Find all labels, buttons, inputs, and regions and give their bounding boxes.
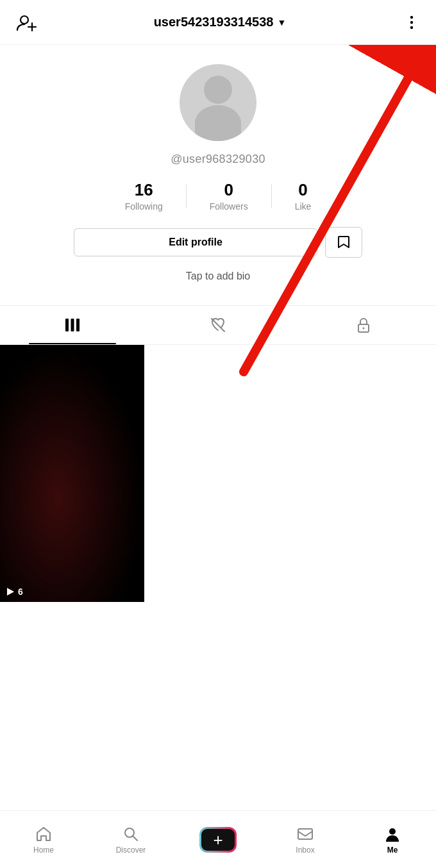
edit-profile-button[interactable]: Edit profile xyxy=(74,228,317,256)
svg-rect-10 xyxy=(76,319,80,331)
svg-rect-9 xyxy=(71,319,74,331)
svg-rect-17 xyxy=(298,829,312,839)
nav-discover[interactable]: Discover xyxy=(87,825,174,855)
grid-icon xyxy=(63,316,81,334)
following-label: Following xyxy=(125,201,163,212)
following-stat[interactable]: 16 Following xyxy=(102,180,186,212)
stats-row: 16 Following 0 Followers 0 Like xyxy=(102,180,335,212)
video-thumbnail[interactable]: 6 xyxy=(0,345,144,602)
bio-placeholder[interactable]: Tap to add bio xyxy=(186,271,251,282)
nav-home[interactable]: Home xyxy=(0,825,87,855)
profile-section: @user968329030 16 Following 0 Followers … xyxy=(0,45,436,305)
more-options-button[interactable] xyxy=(400,11,423,34)
top-navigation: user5423193314538 ▼ xyxy=(0,0,436,45)
user-handle[interactable]: @user968329030 xyxy=(171,153,265,166)
svg-point-0 xyxy=(21,16,28,24)
nav-me[interactable]: Me xyxy=(349,825,436,855)
inbox-icon xyxy=(296,825,314,843)
avatar-head xyxy=(204,76,232,104)
avatar[interactable] xyxy=(180,64,256,141)
likes-stat[interactable]: 0 Like xyxy=(272,180,335,212)
home-label: Home xyxy=(33,846,54,855)
add-icon: + xyxy=(213,831,222,848)
content-tabs xyxy=(0,305,436,345)
avatar-body xyxy=(195,105,241,141)
followers-label: Followers xyxy=(210,201,248,212)
tab-liked[interactable] xyxy=(146,306,291,344)
svg-point-13 xyxy=(362,328,364,330)
svg-rect-8 xyxy=(65,319,69,331)
likes-count: 0 xyxy=(298,180,307,200)
bottom-navigation: Home Discover + Inbox Me xyxy=(0,810,436,868)
likes-label: Like xyxy=(295,201,312,212)
me-label: Me xyxy=(387,846,398,855)
tab-private[interactable] xyxy=(290,306,436,344)
nav-add[interactable]: + xyxy=(174,827,262,853)
search-icon xyxy=(122,825,140,843)
username-display[interactable]: user5423193314538 ▼ xyxy=(154,15,287,29)
followers-stat[interactable]: 0 Followers xyxy=(187,180,271,212)
home-icon xyxy=(35,825,53,843)
add-user-button[interactable] xyxy=(13,9,40,36)
inbox-label: Inbox xyxy=(296,846,314,855)
followers-count: 0 xyxy=(224,180,233,200)
lock-icon xyxy=(355,316,373,334)
heart-crossed-icon xyxy=(209,316,227,334)
nav-inbox[interactable]: Inbox xyxy=(262,825,349,855)
profile-actions: Edit profile xyxy=(13,227,423,258)
svg-point-5 xyxy=(410,26,413,28)
discover-label: Discover xyxy=(116,846,146,855)
svg-line-16 xyxy=(133,836,138,840)
dropdown-arrow-icon: ▼ xyxy=(278,17,287,28)
header-username: user5423193314538 xyxy=(154,15,274,29)
profile-icon xyxy=(383,825,401,843)
svg-point-18 xyxy=(389,828,396,835)
video-grid: 6 xyxy=(0,345,436,602)
tab-videos[interactable] xyxy=(0,306,146,344)
svg-point-3 xyxy=(410,15,413,18)
svg-point-4 xyxy=(410,21,413,23)
following-count: 16 xyxy=(135,180,153,200)
svg-marker-14 xyxy=(7,588,14,596)
add-button[interactable]: + xyxy=(199,827,237,853)
play-icon xyxy=(5,587,15,597)
bookmark-icon xyxy=(335,234,352,251)
play-count: 6 xyxy=(5,587,23,597)
bookmark-button[interactable] xyxy=(325,227,362,258)
